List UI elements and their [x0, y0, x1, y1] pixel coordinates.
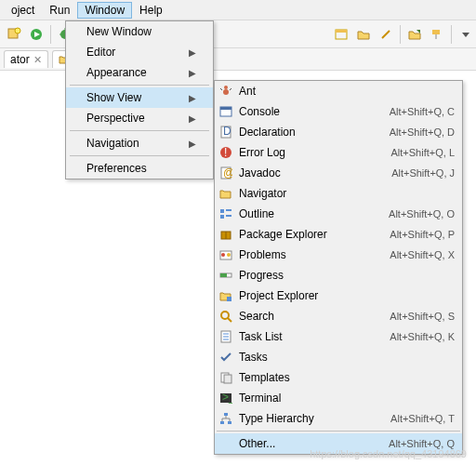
open-type-icon[interactable]: [331, 24, 351, 45]
shortcut-label: Alt+Shift+Q, K: [390, 331, 455, 342]
folder-nav-icon[interactable]: [404, 24, 425, 45]
view-item-label: Terminal: [239, 392, 449, 405]
new-wizard-icon[interactable]: [4, 24, 24, 45]
submenu-arrow-icon: ▶: [189, 113, 196, 124]
menu-separator: [70, 130, 209, 131]
view-item-navigator[interactable]: Navigator: [215, 183, 462, 204]
svg-rect-37: [227, 297, 231, 301]
shortcut-label: Alt+Shift+Q, O: [389, 208, 455, 219]
menu-item-label: Show View: [86, 91, 141, 104]
view-item-label: Error Log: [239, 146, 386, 159]
shortcut-label: Alt+Shift+Q, D: [390, 126, 455, 138]
menu-item-label: Preferences: [86, 162, 147, 175]
menu-window[interactable]: Window: [77, 2, 132, 19]
svg-rect-19: [220, 107, 231, 110]
svg-text:>_: >_: [222, 392, 232, 404]
view-item-label: Outline: [239, 207, 383, 220]
view-item-error-log[interactable]: !Error LogAlt+Shift+Q, L: [215, 142, 462, 163]
javadoc-icon: @: [218, 166, 233, 180]
tasks-icon: [218, 350, 233, 365]
submenu-arrow-icon: ▶: [189, 93, 196, 103]
view-item-other-[interactable]: Other...Alt+Shift+Q, Q: [215, 433, 462, 454]
svg-line-16: [220, 88, 222, 90]
view-item-type-hierarchy[interactable]: Type HierarchyAlt+Shift+Q, T: [215, 408, 462, 429]
view-item-package-explorer[interactable]: Package ExplorerAlt+Shift+Q, P: [215, 224, 462, 245]
svg-text:!: !: [224, 146, 227, 159]
menu-item-new-window[interactable]: New Window: [66, 21, 213, 42]
view-item-search[interactable]: SearchAlt+Shift+Q, S: [215, 306, 462, 326]
svg-rect-11: [432, 30, 440, 34]
view-item-project-explorer[interactable]: Project Explorer: [215, 286, 462, 306]
shortcut-label: Alt+Shift+Q, P: [390, 229, 455, 240]
menu-item-preferences[interactable]: Preferences: [66, 158, 213, 179]
toolbar-separator: [451, 25, 452, 44]
view-item-label: Task List: [239, 330, 384, 343]
svg-rect-48: [224, 413, 228, 416]
view-item-declaration[interactable]: DDeclarationAlt+Shift+Q, D: [215, 122, 462, 142]
menu-item-navigation[interactable]: Navigation▶: [66, 133, 213, 153]
view-item-label: Type Hierarchy: [239, 412, 385, 425]
menu-item-label: Perspective: [86, 112, 145, 125]
view-item-task-list[interactable]: Task ListAlt+Shift+Q, K: [215, 326, 462, 347]
menu-project[interactable]: oject: [4, 2, 42, 19]
declaration-icon: D: [218, 125, 233, 140]
view-item-label: Project Explorer: [239, 289, 449, 302]
menu-item-editor[interactable]: Editor▶: [66, 42, 213, 62]
dropdown-arrow-icon[interactable]: [456, 24, 476, 45]
navigator-icon: [218, 186, 233, 201]
svg-point-34: [227, 253, 231, 257]
view-item-label: Problems: [239, 248, 384, 261]
menu-run[interactable]: Run: [42, 2, 77, 19]
menu-item-label: Editor: [86, 46, 115, 59]
toolbar-separator: [400, 25, 401, 44]
menu-separator: [70, 85, 209, 86]
svg-marker-13: [462, 33, 469, 37]
menu-separator: [70, 155, 209, 156]
view-item-templates[interactable]: Templates: [215, 367, 462, 388]
view-item-label: Ant: [239, 85, 449, 98]
project-icon: [218, 288, 233, 303]
svg-rect-28: [220, 215, 224, 219]
view-item-ant[interactable]: Ant: [215, 81, 462, 101]
errorlog-icon: !: [218, 145, 233, 160]
run-icon[interactable]: [26, 24, 46, 45]
view-item-javadoc[interactable]: @JavadocAlt+Shift+Q, J: [215, 163, 462, 183]
folder-open-icon[interactable]: [353, 24, 374, 45]
templates-icon: [218, 370, 233, 385]
tab-navigator[interactable]: ator ✕: [4, 50, 48, 68]
svg-marker-10: [416, 30, 420, 33]
blank-icon: [218, 436, 233, 451]
menu-item-appearance[interactable]: Appearance▶: [66, 62, 213, 83]
view-item-tasks[interactable]: Tasks: [215, 347, 462, 367]
view-item-label: Progress: [239, 269, 449, 282]
svg-point-38: [221, 312, 229, 319]
view-item-problems[interactable]: ProblemsAlt+Shift+Q, X: [215, 245, 462, 265]
pin-icon[interactable]: [376, 24, 396, 45]
svg-point-15: [224, 86, 228, 89]
paint-icon[interactable]: [427, 24, 447, 45]
submenu-arrow-icon: ▶: [189, 68, 196, 78]
menu-item-label: New Window: [86, 25, 152, 38]
shortcut-label: Alt+Shift+Q, X: [390, 249, 455, 260]
view-item-progress[interactable]: Progress: [215, 265, 462, 286]
svg-line-39: [228, 318, 231, 322]
submenu-arrow-icon: ▶: [189, 47, 196, 58]
view-item-label: Search: [239, 310, 384, 323]
shortcut-label: Alt+Shift+Q, J: [391, 167, 455, 179]
view-item-label: Tasks: [239, 351, 449, 364]
tasklist-icon: [218, 329, 233, 344]
menu-item-show-view[interactable]: Show View▶: [66, 87, 213, 108]
svg-point-33: [221, 253, 225, 257]
svg-point-14: [223, 89, 229, 95]
svg-line-17: [230, 88, 231, 90]
menu-item-perspective[interactable]: Perspective▶: [66, 108, 213, 128]
menu-help[interactable]: Help: [132, 2, 170, 19]
shortcut-label: Alt+Shift+Q, L: [391, 147, 455, 158]
view-item-console[interactable]: ConsoleAlt+Shift+Q, C: [215, 101, 462, 122]
view-item-outline[interactable]: OutlineAlt+Shift+Q, O: [215, 204, 462, 224]
close-icon[interactable]: ✕: [33, 54, 42, 66]
svg-rect-26: [220, 209, 224, 213]
progress-icon: [218, 268, 233, 283]
view-item-label: Console: [239, 105, 384, 118]
view-item-terminal[interactable]: >_Terminal: [215, 388, 462, 408]
